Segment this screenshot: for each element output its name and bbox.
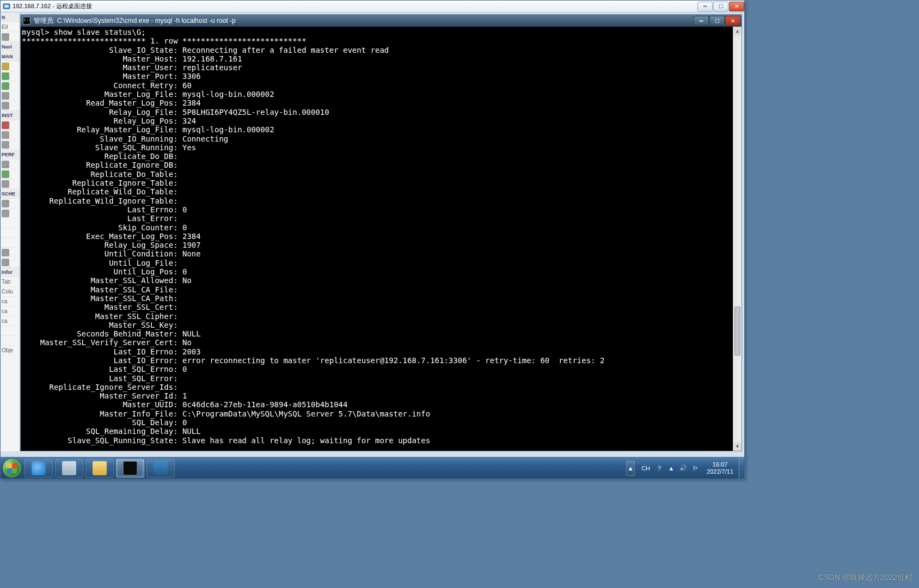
tray-icon-1[interactable]: ▲ [667, 464, 676, 473]
tray-icon-0[interactable]: ? [655, 464, 664, 473]
app-item-label: Eil [2, 24, 8, 30]
cmd-minimize-button[interactable]: ━ [694, 16, 709, 26]
cmd-window: 管理员: C:\Windows\System32\cmd.exe - mysql… [20, 14, 742, 451]
app-item-label: PERF [2, 152, 15, 157]
app-item-icon [2, 141, 9, 149]
cmd-output[interactable]: mysql> show slave status\G; ************… [21, 27, 733, 451]
clock-date: 2022/7/11 [707, 468, 733, 475]
background-app-row [1, 199, 20, 209]
background-app-row [1, 32, 20, 42]
scroll-thumb[interactable] [734, 307, 740, 356]
show-desktop-button[interactable] [739, 457, 744, 479]
cmd-icon [23, 17, 30, 24]
background-app-row [1, 71, 20, 81]
background-app-row [1, 140, 20, 150]
background-app-row [1, 169, 20, 179]
tray-icon-2[interactable]: 🔊 [679, 464, 688, 473]
rdp-close-button[interactable]: ✕ [729, 2, 744, 11]
tray-overflow-button[interactable]: ▲ [626, 461, 635, 476]
background-app-row [1, 179, 20, 189]
background-app-row [1, 209, 20, 218]
cmd-icon [123, 461, 137, 475]
app-item-icon [2, 170, 9, 178]
app-item-label: Infor [2, 270, 13, 275]
app-item-label: Navi [2, 44, 12, 50]
background-app-row: Obje [1, 346, 20, 356]
app-item-icon [2, 200, 9, 207]
rdp-minimize-button[interactable]: ━ [697, 2, 713, 11]
scroll-up-button[interactable]: ▲ [733, 27, 742, 35]
cmd-title-text: 管理员: C:\Windows\System32\cmd.exe - mysql… [34, 16, 236, 26]
app-item-label: ca [2, 318, 8, 324]
background-app-row [1, 81, 20, 91]
scroll-down-button[interactable]: ▼ [733, 442, 742, 451]
rdp-body: NEilNaviMANINSTPERFSCHEInforTabColucacac… [1, 13, 744, 479]
app-item-icon [2, 121, 9, 129]
app-item-label: Tab [2, 279, 10, 285]
background-app-row [1, 326, 20, 336]
taskbar-button-mysql[interactable] [146, 459, 175, 477]
explorer-icon [93, 461, 107, 475]
rdp-icon [3, 3, 10, 10]
background-app-row [1, 62, 20, 71]
background-app-row: PERF [1, 150, 20, 160]
watermark: CSDN @既择远方2022征程 [818, 573, 912, 583]
start-button[interactable] [1, 457, 23, 479]
app-item-icon [2, 161, 9, 168]
app-item-label: N [2, 15, 5, 20]
background-app-row [1, 130, 20, 140]
taskbar-button-settings[interactable] [55, 459, 83, 477]
taskbar-clock[interactable]: 16:07 2022/7/11 [701, 461, 739, 475]
tray-icon-3[interactable]: 🏳 [691, 464, 700, 473]
background-app-row [1, 336, 20, 346]
rdp-maximize-button[interactable]: ☐ [713, 2, 728, 11]
taskbar: ▲ CH ?▲🔊🏳 16:07 2022/7/11 [1, 457, 744, 479]
windows-orb-icon [3, 459, 21, 477]
background-app-row [1, 120, 20, 130]
app-item-icon [2, 210, 9, 217]
background-app-row: ca [1, 307, 20, 316]
app-item-icon [2, 180, 9, 188]
app-item-icon [2, 72, 9, 80]
settings-icon [62, 461, 76, 475]
app-item-icon [2, 92, 9, 100]
cmd-scrollbar[interactable]: ▲ ▼ [733, 27, 742, 451]
background-app-row: Colu [1, 287, 20, 297]
background-app-row [1, 160, 20, 169]
app-item-icon [2, 102, 9, 109]
background-app-row [1, 228, 20, 238]
cmd-maximize-button[interactable]: ☐ [709, 16, 725, 26]
app-item-icon [2, 82, 9, 90]
cmd-titlebar[interactable]: 管理员: C:\Windows\System32\cmd.exe - mysql… [21, 15, 742, 27]
svg-rect-1 [4, 5, 9, 8]
language-indicator[interactable]: CH [638, 465, 653, 471]
app-item-icon [2, 259, 9, 266]
background-app-row [1, 91, 20, 101]
background-app-row: N [1, 13, 20, 22]
taskbar-button-cmd[interactable] [116, 459, 144, 477]
background-app-row: ca [1, 297, 20, 307]
background-app-row: INST [1, 111, 20, 120]
ie-icon [32, 461, 46, 475]
taskbar-button-explorer[interactable] [85, 459, 114, 477]
background-app-row: Navi [1, 42, 20, 52]
app-item-icon [2, 33, 9, 41]
taskbar-button-ie[interactable] [24, 459, 53, 477]
app-item-icon [2, 249, 9, 256]
rdp-title-text: 192.168.7.162 - 远程桌面连接 [13, 2, 92, 10]
app-item-label: MAN [2, 54, 13, 59]
rdp-titlebar[interactable]: 192.168.7.162 - 远程桌面连接 ━ ☐ ✕ [1, 1, 744, 13]
cmd-close-button[interactable]: ✕ [725, 16, 740, 26]
background-app-row: Infor [1, 267, 20, 277]
background-app-row: Eil [1, 22, 20, 32]
background-app-sidebar: NEilNaviMANINSTPERFSCHEInforTabColucacac… [1, 13, 20, 451]
app-item-label: INST [2, 113, 13, 118]
background-app-row [1, 238, 20, 248]
app-item-label: Colu [2, 289, 13, 295]
app-item-icon [2, 63, 9, 70]
clock-time: 16:07 [707, 461, 733, 468]
background-app-row: MAN [1, 52, 20, 62]
background-app-row: Tab [1, 277, 20, 287]
app-item-label: SCHE [2, 191, 15, 197]
system-tray: ▲ CH ?▲🔊🏳 16:07 2022/7/11 [626, 457, 744, 479]
